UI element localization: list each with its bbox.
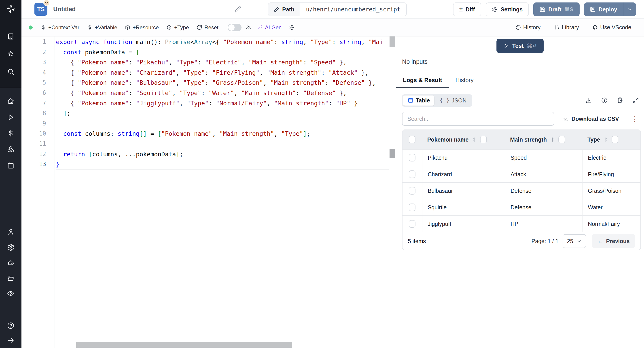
add-context-var-button[interactable]: +Context Var <box>37 24 83 31</box>
reset-icon <box>196 24 202 30</box>
expand-fullscreen-icon[interactable] <box>632 97 639 104</box>
diff-mode-toggle[interactable] <box>228 24 242 31</box>
select-all-checkbox[interactable] <box>409 136 416 143</box>
row-checkbox[interactable] <box>409 204 416 211</box>
deploy-dropdown-button[interactable] <box>624 2 636 16</box>
editor-vertical-scrollbar[interactable] <box>390 36 395 348</box>
scrollbar-thumb[interactable] <box>76 342 292 348</box>
search-input[interactable] <box>402 112 554 126</box>
test-button[interactable]: Test ⌘↵ <box>496 39 544 53</box>
editor-horizontal-scrollbar[interactable] <box>55 342 396 348</box>
ai-gen-button[interactable]: AI Gen <box>253 24 286 31</box>
cell-pokemon-name: Bulbasaur <box>422 183 505 199</box>
library-button[interactable]: Library <box>550 24 583 31</box>
users-person-icon[interactable] <box>0 226 22 238</box>
history-clock-icon <box>516 24 521 30</box>
history-button[interactable]: History <box>512 24 544 31</box>
column-toggle[interactable] <box>612 136 618 143</box>
column-label: Main strength <box>510 136 547 143</box>
save-icon <box>540 6 546 12</box>
sort-icon[interactable] <box>603 137 608 142</box>
workspace-icon[interactable] <box>0 30 22 43</box>
table-view-button[interactable]: Table <box>403 96 434 106</box>
tab-history[interactable]: History <box>449 72 480 88</box>
add-type-button[interactable]: +Type <box>162 24 193 31</box>
status-dot <box>28 26 33 30</box>
script-title: Untitled <box>53 0 76 18</box>
cell-pokemon-name: Squirtle <box>422 199 505 216</box>
add-resource-button[interactable]: +Resource <box>121 24 162 31</box>
copy-clipboard-icon[interactable] <box>617 97 624 104</box>
variables-dollar-icon[interactable] <box>0 127 22 140</box>
download-result-icon[interactable] <box>586 97 592 104</box>
play-icon <box>503 43 509 49</box>
windmill-logo[interactable] <box>0 2 22 16</box>
no-inputs-label: No inputs <box>396 56 644 72</box>
column-toggle[interactable] <box>480 136 487 143</box>
column-toggle[interactable] <box>558 136 565 143</box>
help-icon[interactable] <box>0 319 22 332</box>
cell-type: Fire/Flying <box>582 166 640 182</box>
page-size-select[interactable]: 25 <box>562 234 586 248</box>
cell-main-strength: Speed <box>505 150 582 166</box>
download-icon <box>562 116 568 122</box>
wand-sparkles-icon <box>257 24 263 30</box>
page-label: Page: 1 / 1 <box>532 238 558 244</box>
runs-play-icon[interactable] <box>0 111 22 124</box>
row-checkbox[interactable] <box>409 220 416 228</box>
arrow-left-icon: ← <box>597 238 603 244</box>
folders-icon[interactable] <box>0 272 22 284</box>
path-value: u/henri/unencumbered_script <box>300 3 406 16</box>
favorites-star-icon[interactable] <box>0 48 22 60</box>
sort-icon[interactable] <box>550 137 555 142</box>
tab-logs-result[interactable]: Logs & Result <box>396 72 449 88</box>
expand-sidebar-arrow-icon[interactable] <box>0 334 22 347</box>
result-tabs: Logs & Result History <box>396 72 644 88</box>
search-icon[interactable] <box>0 65 22 78</box>
code-lines: export async function main(): Promise<Ar… <box>56 37 389 170</box>
header: TS Untitled Path u/henri/unencumbered_sc… <box>22 0 644 18</box>
sort-icon[interactable] <box>472 137 477 142</box>
scrollbar-thumb[interactable] <box>390 36 395 47</box>
workers-robot-icon[interactable] <box>0 257 22 269</box>
row-checkbox[interactable] <box>409 154 416 162</box>
row-checkbox[interactable] <box>409 170 416 178</box>
diff-button[interactable]: ± Diff <box>453 2 481 16</box>
sidebar <box>0 0 22 348</box>
deploy-button[interactable]: Deploy <box>584 2 623 16</box>
table-row: Squirtle Defense Water <box>402 199 640 216</box>
chevron-down-icon <box>577 239 582 244</box>
cell-pokemon-name: Pikachu <box>422 150 505 166</box>
table-row: Charizard Attack Fire/Flying <box>402 166 640 182</box>
resources-cubes-icon[interactable] <box>0 143 22 156</box>
row-checkbox[interactable] <box>409 187 416 194</box>
previous-page-button[interactable]: ← Previous <box>592 234 635 248</box>
draft-shortcut: ⌘S <box>564 6 573 12</box>
download-as-csv-button[interactable]: Download as CSV <box>562 116 619 122</box>
app-window: TS Untitled Path u/henri/unencumbered_sc… <box>0 0 644 348</box>
use-vscode-button[interactable]: Use VScode <box>588 24 635 31</box>
reset-button[interactable]: Reset <box>193 24 222 31</box>
editor-settings-gear-icon[interactable] <box>285 24 298 30</box>
info-icon[interactable] <box>601 97 608 104</box>
column-label: Type <box>588 136 600 143</box>
settings-gear-icon[interactable] <box>0 241 22 254</box>
dollar-icon <box>87 24 92 30</box>
code-editor[interactable]: 12345678910111213 export async function … <box>22 36 396 348</box>
cell-pokemon-name: Jigglypuff <box>422 216 505 232</box>
multiplayer-users-icon[interactable] <box>243 24 253 30</box>
add-variable-button[interactable]: +Variable <box>83 24 121 31</box>
github-icon <box>592 24 598 30</box>
path-label: Path <box>268 3 300 16</box>
edit-title-pencil-icon[interactable] <box>234 5 242 14</box>
settings-button[interactable]: Settings <box>486 2 529 16</box>
home-icon[interactable] <box>0 95 22 107</box>
chevron-down-icon <box>627 7 632 12</box>
audit-eye-icon[interactable] <box>0 287 22 300</box>
schedules-calendar-icon[interactable] <box>0 159 22 172</box>
kebab-menu-icon[interactable]: ⋮ <box>629 115 640 123</box>
table-body: Pikachu Speed Electric Charizard Attack … <box>402 149 640 232</box>
path-field[interactable]: Path u/henri/unencumbered_script <box>268 2 407 16</box>
draft-button[interactable]: Draft ⌘S <box>533 2 580 16</box>
json-view-button[interactable]: { } JSON <box>435 96 471 106</box>
